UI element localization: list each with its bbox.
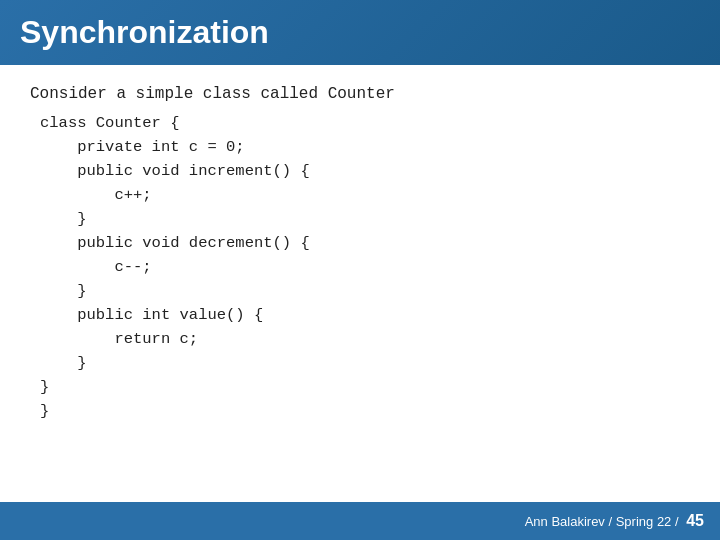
header: Synchronization (0, 0, 720, 65)
outer-closing-brace: } (40, 399, 690, 423)
code-line-2: private int c = 0; (40, 135, 690, 159)
intro-text: Consider a simple class called Counter (30, 85, 690, 103)
code-line-5: } (40, 207, 690, 231)
page-number: 45 (686, 512, 704, 529)
code-line-1: class Counter { (40, 111, 690, 135)
header-title: Synchronization (20, 14, 269, 50)
code-line-9: public int value() { (40, 303, 690, 327)
code-line-6: public void decrement() { (40, 231, 690, 255)
closing-brace: } (40, 399, 690, 423)
bottom-bar: Ann Balakirev / Spring 22 / 45 (0, 502, 720, 540)
code-block: class Counter { private int c = 0; publi… (40, 111, 690, 399)
code-line-11: } (40, 351, 690, 375)
code-line-12: } (40, 375, 690, 399)
code-line-4: c++; (40, 183, 690, 207)
code-line-10: return c; (40, 327, 690, 351)
code-line-7: c--; (40, 255, 690, 279)
content-area: Consider a simple class called Counter c… (0, 65, 720, 443)
code-line-3: public void increment() { (40, 159, 690, 183)
slide-info: Ann Balakirev / Spring 22 / 45 (525, 512, 704, 530)
code-line-8: } (40, 279, 690, 303)
